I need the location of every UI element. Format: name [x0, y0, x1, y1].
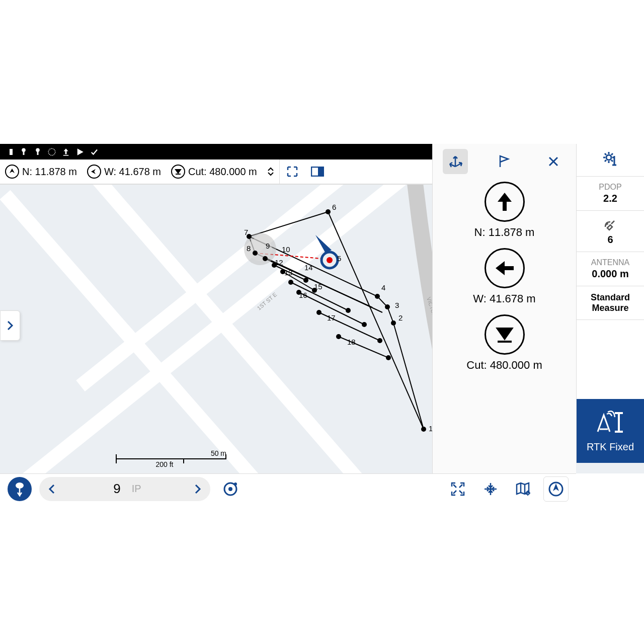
check-icon: [90, 147, 99, 156]
cut-icon: [171, 165, 185, 179]
key-icon: [19, 147, 28, 156]
svg-point-22: [253, 251, 258, 256]
svg-point-29: [336, 334, 341, 339]
pdop-readout[interactable]: PDOP 2.2: [577, 177, 644, 211]
cut-direction-icon: [485, 314, 525, 355]
cut-value: Cut: 480.000 m: [466, 359, 542, 372]
satellites-readout[interactable]: 6: [577, 211, 644, 252]
antenna-readout[interactable]: ANTENNA 0.000 m: [577, 252, 644, 286]
svg-rect-3: [23, 151, 25, 155]
svg-point-33: [362, 322, 367, 327]
navigation-panel: N: 11.878 m W: 41.678 m Cut: 480.000 m: [432, 144, 576, 504]
fullscreen-button[interactable]: [280, 159, 305, 184]
north-arrow-icon: [5, 165, 19, 179]
svg-rect-60: [490, 488, 492, 490]
west-direction-icon: [485, 248, 525, 288]
svg-text:16: 16: [299, 291, 307, 299]
upload-icon: [61, 147, 70, 156]
svg-rect-5: [37, 151, 39, 155]
stake-mode-button[interactable]: [8, 477, 32, 501]
measure-mode-button[interactable]: Standard Measure: [577, 286, 644, 320]
settings-button[interactable]: [577, 144, 644, 177]
rtk-status-button[interactable]: RTK Fixed: [577, 399, 644, 463]
svg-point-17: [326, 209, 331, 214]
coords-expand-toggle[interactable]: [267, 167, 274, 177]
svg-point-21: [375, 294, 380, 299]
nav-mode-axes-button[interactable]: [443, 149, 468, 174]
notification-icon: [47, 147, 56, 156]
notification-icon: [5, 147, 14, 156]
key-icon: [33, 147, 42, 156]
svg-point-18: [421, 427, 426, 432]
svg-text:18: 18: [347, 338, 356, 346]
compass-button[interactable]: [543, 476, 569, 502]
svg-text:7: 7: [244, 228, 248, 236]
svg-point-59: [234, 482, 237, 486]
north-readout[interactable]: N: 11.878 m: [0, 165, 82, 179]
svg-point-32: [346, 308, 351, 313]
rtk-icon: [593, 409, 628, 434]
zoom-extents-button[interactable]: [445, 476, 470, 502]
svg-text:15: 15: [314, 282, 323, 291]
panel-toggle-button[interactable]: [305, 159, 330, 184]
point-number[interactable]: 9: [113, 481, 120, 497]
point-selector: 9 IP: [39, 477, 210, 501]
svg-point-23: [263, 256, 268, 261]
svg-point-26: [288, 280, 293, 285]
play-icon: [75, 147, 85, 156]
svg-text:8: 8: [247, 244, 251, 253]
svg-text:4: 4: [381, 283, 385, 292]
next-point-button[interactable]: [188, 479, 208, 499]
north-direction-icon: [485, 182, 525, 222]
svg-text:2: 2: [398, 313, 403, 322]
map-settings-button[interactable]: [511, 476, 536, 502]
svg-point-55: [606, 155, 611, 160]
svg-point-6: [48, 148, 55, 155]
svg-text:3: 3: [395, 301, 399, 309]
svg-text:14: 14: [304, 263, 313, 272]
svg-point-28: [316, 310, 321, 315]
north-value: N: 11.878 m: [474, 226, 535, 239]
west-value: W: 41.678 m: [473, 292, 535, 305]
expand-panel-tab[interactable]: [0, 310, 20, 341]
svg-point-19: [391, 320, 396, 326]
svg-text:5: 5: [337, 254, 341, 263]
svg-point-30: [303, 278, 308, 283]
svg-text:17: 17: [327, 313, 336, 322]
svg-text:9: 9: [266, 242, 270, 250]
cut-readout[interactable]: Cut: 480.000 m: [166, 165, 262, 179]
svg-text:12: 12: [275, 258, 283, 267]
nav-mode-flag-button[interactable]: [492, 149, 517, 174]
svg-rect-1: [7, 149, 10, 155]
close-nav-panel-button[interactable]: [541, 149, 566, 174]
prev-point-button[interactable]: [42, 479, 62, 499]
west-readout[interactable]: W: 41.678 m: [82, 165, 166, 179]
point-code: IP: [132, 483, 141, 495]
svg-point-20: [385, 304, 390, 309]
svg-point-34: [377, 338, 382, 343]
center-button[interactable]: [478, 476, 503, 502]
svg-point-35: [386, 355, 391, 360]
west-arrow-icon: [87, 165, 101, 179]
svg-text:6: 6: [332, 203, 336, 211]
status-sidebar: PDOP 2.2 6 ANTENNA 0.000 m Standard Meas…: [576, 144, 644, 463]
bottom-toolbar: 9 IP: [0, 473, 576, 504]
target-point-button[interactable]: [218, 476, 243, 502]
svg-text:13: 13: [284, 268, 293, 277]
scale-bar: 50 m 200 ft: [116, 449, 226, 468]
svg-point-15: [327, 257, 333, 263]
svg-point-58: [228, 487, 232, 491]
satellite-icon: [603, 217, 617, 231]
svg-rect-11: [318, 167, 324, 176]
svg-text:10: 10: [282, 245, 290, 254]
